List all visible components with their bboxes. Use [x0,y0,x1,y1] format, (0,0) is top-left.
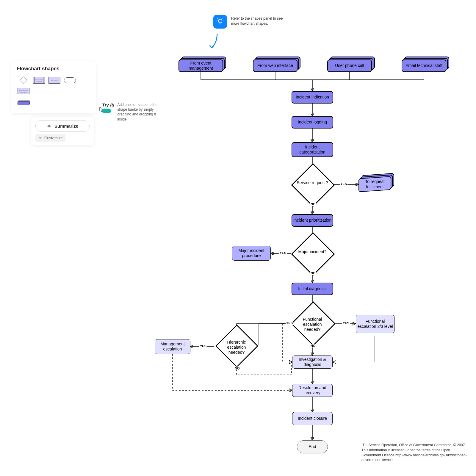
shapes-panel[interactable]: Flowchart shapes Predefined process Proc… [11,61,96,113]
node-functional-escalation-23[interactable]: Functional escalation 2/3 level [356,315,394,333]
node-from-event-management[interactable]: From event management [178,60,223,72]
shape-process[interactable]: Process [48,76,61,85]
node-incident-categorization[interactable]: Incident categorization [292,142,333,157]
node-hierarchic-escalation-decision[interactable] [215,325,258,367]
node-initial-diagnosis[interactable]: Initial diagnosis [292,283,333,295]
node-major-incident-decision[interactable] [291,232,335,276]
shape-terminator[interactable] [63,76,77,85]
try-it-callout: Try it! Add another shape to the shape b… [102,102,165,122]
node-management-escalation[interactable]: Management escalation [155,339,190,354]
summarize-panel: Summarize Customize [31,117,94,145]
label-no-4: NO [234,367,240,370]
node-from-web-interface[interactable]: From web interface [253,60,298,72]
node-incident-logging[interactable]: Incident logging [292,116,333,129]
node-to-request-fulfillment[interactable]: To request fulfillment [358,176,391,192]
tip-arrow-icon [208,33,220,51]
sparkle-icon [47,124,51,129]
shape-predefined-process[interactable]: Predefined process [32,76,46,85]
label-yes-5: YES [199,344,207,348]
label-no-1: NO [310,202,316,206]
node-incident-closure[interactable]: Incident closure [292,412,333,425]
svg-point-0 [218,19,222,23]
customize-button[interactable]: Customize [35,134,65,142]
label-yes-1: YES [340,182,347,186]
summarize-button[interactable]: Summarize [35,120,90,132]
shape-decision[interactable] [17,76,30,85]
try-it-pill-shape[interactable] [102,109,111,113]
shape-predefined-process-2[interactable]: Predefined process [17,87,30,95]
shapes-panel-title: Flowchart shapes [17,66,91,72]
node-major-incident-procedure[interactable]: Major incident procedure [232,246,271,261]
node-functional-escalation-decision[interactable] [291,301,336,346]
try-it-title: Try it! [102,102,114,107]
sliders-icon [38,136,42,140]
try-it-text: Add another shape to the shape banke by … [117,102,165,122]
lightbulb-icon [213,15,227,29]
tip-callout: Refer to the shapes panel to see more fl… [213,15,285,29]
label-yes-2: YES [279,251,287,255]
node-investigation-diagnosis[interactable]: Investigation & diagnosis [292,356,333,369]
label-no-2: NO [310,271,316,275]
label-yes-3: YES [342,321,350,325]
summarize-label: Summarize [54,123,78,129]
customize-label: Customize [44,136,62,140]
citation-text: ITIL Service Operation, Office of Govern… [361,443,469,463]
label-yes-4: YES [286,321,293,325]
node-email-technical-staff[interactable]: Email technical staff [402,60,446,72]
tip-text: Refer to the shapes panel to see more fl… [231,15,285,26]
node-user-phone-call[interactable]: User phone call [327,60,372,72]
node-incident-prioritization[interactable]: Incident prioritization [292,214,333,227]
svg-point-2 [40,138,41,139]
shape-stacked[interactable] [17,98,30,107]
diagram-canvas[interactable]: Refer to the shapes panel to see more fl… [0,0,476,476]
node-service-request-decision[interactable] [291,163,335,207]
svg-point-1 [39,137,40,137]
node-end[interactable]: End [297,440,328,453]
node-resolution-recovery[interactable]: Resolution and recovery [292,384,333,397]
label-no-3: NO [310,344,316,347]
node-incident-indication[interactable]: Incident indication [292,91,333,104]
